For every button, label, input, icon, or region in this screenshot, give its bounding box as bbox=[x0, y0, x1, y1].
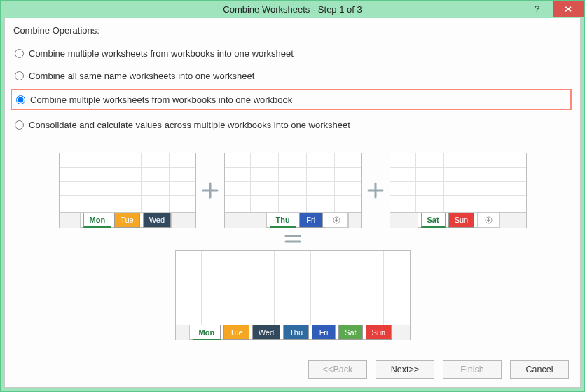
radio-input-3[interactable] bbox=[16, 95, 25, 104]
tabs-3: Sat Sun bbox=[390, 212, 526, 227]
preview-top-row: Mon Tue Wed bbox=[48, 153, 537, 227]
grid-1 bbox=[60, 153, 195, 212]
radio-option-1[interactable]: Combine multiple worksheets from workboo… bbox=[15, 47, 572, 59]
tab-trail bbox=[171, 213, 195, 227]
tab-trail bbox=[500, 213, 525, 227]
workbook-result: Mon Tue Wed Thu Fri Sat Sun bbox=[175, 250, 411, 340]
radio-option-2[interactable]: Combine all same name worksheets into on… bbox=[15, 69, 572, 82]
radio-input-2[interactable] bbox=[15, 71, 24, 80]
tab-r-sun: Sun bbox=[366, 326, 392, 340]
radio-input-1[interactable] bbox=[15, 49, 24, 58]
dialog-window: Combine Worksheets - Step 1 of 3 ? × Com… bbox=[0, 0, 585, 392]
radio-input-4[interactable] bbox=[15, 120, 24, 130]
tab-plus-2 bbox=[326, 213, 348, 227]
help-button[interactable]: ? bbox=[521, 1, 553, 17]
workbook-preview-2: Thu Fri bbox=[224, 153, 362, 227]
grid-2 bbox=[225, 153, 361, 212]
radio-label-4: Consolidate and calculate values across … bbox=[29, 120, 350, 130]
close-button[interactable]: × bbox=[553, 1, 584, 17]
titlebar: Combine Worksheets - Step 1 of 3 ? × bbox=[1, 1, 584, 18]
tab-mon: Mon bbox=[83, 213, 112, 227]
tab-fri: Fri bbox=[299, 213, 323, 227]
tab-thu: Thu bbox=[270, 213, 296, 227]
tab-trail bbox=[348, 213, 361, 227]
tab-r-wed: Wed bbox=[252, 326, 280, 340]
back-button: <<Back bbox=[308, 360, 367, 379]
tab-wed: Wed bbox=[143, 213, 171, 227]
workbook-preview-1: Mon Tue Wed bbox=[59, 153, 196, 227]
preview-result-row: Mon Tue Wed Thu Fri Sat Sun bbox=[48, 250, 537, 340]
window-title: Combine Worksheets - Step 1 of 3 bbox=[1, 4, 584, 15]
tab-spacer bbox=[225, 213, 267, 227]
radio-label-3: Combine multiple worksheets from workboo… bbox=[30, 94, 292, 105]
tab-r-sat: Sat bbox=[338, 326, 363, 340]
next-button[interactable]: Next>> bbox=[376, 360, 434, 379]
tab-sun: Sun bbox=[448, 213, 475, 227]
tab-r-fri: Fri bbox=[312, 326, 336, 340]
equals-icon bbox=[279, 232, 307, 246]
tab-spacer bbox=[60, 213, 81, 227]
workbook-preview-3: Sat Sun bbox=[390, 153, 527, 227]
grid-3 bbox=[390, 153, 526, 212]
tabs-1: Mon Tue Wed bbox=[60, 212, 195, 227]
tab-spacer bbox=[390, 213, 418, 227]
titlebar-buttons: ? × bbox=[521, 1, 584, 17]
radio-label-2: Combine all same name worksheets into on… bbox=[29, 71, 254, 81]
tab-r-thu: Thu bbox=[283, 326, 309, 340]
tab-trail bbox=[392, 326, 409, 340]
footer-buttons: <<Back Next>> Finish Cancel bbox=[13, 354, 572, 379]
finish-button: Finish bbox=[443, 360, 502, 379]
equals-row bbox=[48, 232, 537, 246]
radio-option-3[interactable]: Combine multiple worksheets from workboo… bbox=[16, 93, 292, 106]
tabs-2: Thu Fri bbox=[225, 212, 361, 227]
tab-r-tue: Tue bbox=[223, 326, 249, 340]
plus-icon-1 bbox=[196, 181, 224, 200]
help-icon: ? bbox=[535, 4, 539, 14]
grid-result bbox=[176, 251, 410, 325]
radio-label-1: Combine multiple worksheets from workboo… bbox=[29, 48, 294, 59]
tab-plus-3 bbox=[477, 213, 500, 227]
radio-option-4[interactable]: Consolidate and calculate values across … bbox=[15, 118, 572, 131]
close-icon: × bbox=[565, 4, 572, 15]
tab-tue: Tue bbox=[114, 213, 140, 227]
tab-r-mon: Mon bbox=[193, 326, 221, 340]
tab-sat: Sat bbox=[421, 213, 446, 227]
highlighted-option: Combine multiple worksheets from workboo… bbox=[11, 89, 572, 110]
plus-icon-2 bbox=[362, 181, 390, 200]
tab-spacer bbox=[176, 326, 190, 340]
preview-panel: Mon Tue Wed bbox=[39, 144, 546, 354]
tabs-result: Mon Tue Wed Thu Fri Sat Sun bbox=[176, 325, 410, 340]
client-area: Combine Operations: Combine multiple wor… bbox=[4, 18, 581, 388]
group-legend: Combine Operations: bbox=[13, 25, 572, 36]
cancel-button[interactable]: Cancel bbox=[510, 360, 569, 379]
